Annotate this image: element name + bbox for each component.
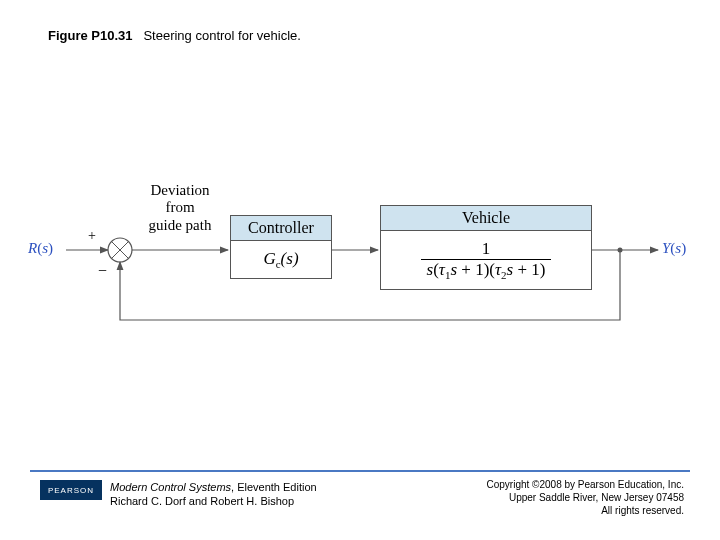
figure-id: Figure P10.31 (48, 28, 133, 43)
input-label: R(s) (28, 240, 53, 257)
book-title: Modern Control Systems (110, 481, 231, 493)
deviation-label: Deviationfromguide path (140, 182, 220, 234)
vehicle-body: 1 s(τ1s + 1)(τ2s + 1) (381, 231, 591, 289)
book-reference: Modern Control Systems, Eleventh Edition… (110, 480, 317, 509)
output-label: Y(s) (662, 240, 686, 257)
footer-rule (30, 470, 690, 472)
book-authors: Richard C. Dorf and Robert H. Bishop (110, 495, 294, 507)
vehicle-block: Vehicle 1 s(τ1s + 1)(τ2s + 1) (380, 205, 592, 290)
block-diagram: R(s) + − Deviationfromguide path Control… (30, 150, 690, 360)
minus-sign: − (98, 262, 107, 280)
tf-denominator: s(τ1s + 1)(τ2s + 1) (421, 259, 552, 281)
plus-sign: + (88, 228, 96, 244)
vehicle-title: Vehicle (381, 206, 591, 231)
controller-title: Controller (231, 216, 331, 241)
controller-body: Gc(s) (231, 241, 331, 278)
pearson-logo: PEARSON (40, 480, 102, 500)
figure-caption: Figure P10.31 Steering control for vehic… (48, 28, 301, 43)
tf-numerator: 1 (421, 239, 552, 259)
controller-block: Controller Gc(s) (230, 215, 332, 279)
copyright-block: Copyright ©2008 by Pearson Education, In… (487, 478, 685, 517)
figure-caption-text: Steering control for vehicle. (143, 28, 301, 43)
